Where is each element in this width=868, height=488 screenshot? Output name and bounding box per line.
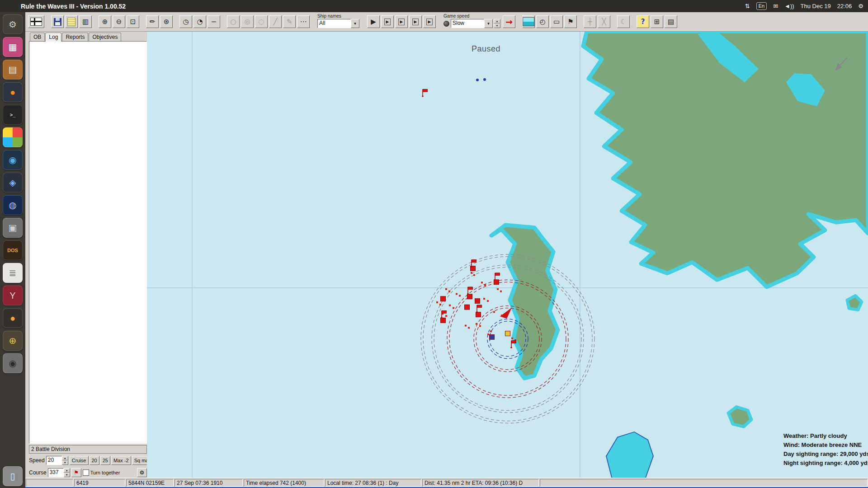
run-5min-button[interactable]: ▶ <box>395 15 408 28</box>
formation-button[interactable]: ┼ <box>584 15 596 28</box>
keepass-icon[interactable]: ◍ <box>3 195 23 215</box>
firefox-alt-icon[interactable]: ● <box>3 308 23 328</box>
pinwheel-icon[interactable] <box>3 127 23 147</box>
battle-map[interactable]: Paused Weather: Partly cloudyWind: Moder… <box>147 31 868 479</box>
ship-marker[interactable] <box>505 331 510 336</box>
course-value[interactable]: 337 <box>48 468 64 477</box>
log-list[interactable] <box>29 41 147 444</box>
firefox-icon[interactable]: ● <box>3 82 23 102</box>
globe-button[interactable]: ⊛ <box>160 15 173 28</box>
tab-objectives[interactable]: Objectives <box>89 33 121 41</box>
sea-state-panel[interactable] <box>522 15 535 28</box>
calc-button[interactable]: ⊞ <box>651 15 663 28</box>
camera-icon[interactable]: ◉ <box>3 353 23 373</box>
files-icon[interactable]: ▤ <box>3 60 23 80</box>
nation-flag-button[interactable] <box>28 15 44 28</box>
updown-arrows-icon[interactable]: ⇅ <box>745 3 750 9</box>
course-flag-button[interactable]: ⚑ <box>71 468 81 477</box>
speed-spin-down-button[interactable]: ▼ <box>494 23 500 28</box>
clock-button[interactable]: ◷ <box>179 15 192 28</box>
ship-names-select-value[interactable]: All <box>317 19 351 28</box>
terminal-icon[interactable]: >_ <box>3 105 23 125</box>
run-30min-button[interactable]: ▶ <box>423 15 436 28</box>
blue-contact-dot[interactable] <box>476 79 479 81</box>
blue-sphere-icon[interactable]: ◉ <box>3 150 23 170</box>
ship-marker[interactable] <box>467 294 472 299</box>
chevron-down-icon[interactable]: ▼ <box>484 19 493 28</box>
text-editor-icon[interactable]: ≣ <box>3 263 23 283</box>
flag-marker[interactable] <box>467 287 472 295</box>
trash-icon[interactable]: ▯ <box>3 466 23 486</box>
division-button[interactable]: ╳ <box>598 15 610 28</box>
ship-marker[interactable] <box>441 318 446 323</box>
course-down-button[interactable]: ▼ <box>64 473 70 477</box>
night-button[interactable]: ☾ <box>617 15 630 28</box>
tab-reports[interactable]: Reports <box>62 33 88 41</box>
ship-marker[interactable] <box>476 312 481 317</box>
blue-contact-dot[interactable] <box>483 78 486 81</box>
speed-spin-up-button[interactable]: ▲ <box>494 19 500 23</box>
workspaces-icon[interactable]: ▦ <box>3 37 23 57</box>
circle-tool-button[interactable]: ○ <box>227 15 240 28</box>
line-button[interactable]: − <box>208 15 220 28</box>
help-button[interactable]: ? <box>637 15 649 28</box>
keyboard-layout-indicator[interactable]: En <box>756 2 767 10</box>
wine-icon[interactable]: Y <box>3 286 23 305</box>
turn-together-checkbox[interactable] <box>83 469 89 476</box>
zoom-out-button[interactable]: ⊖ <box>113 15 125 28</box>
advance-button[interactable]: → <box>503 15 515 28</box>
ship-marker[interactable] <box>441 296 446 301</box>
mail-icon[interactable]: ✉ <box>773 3 778 9</box>
bearing-tool-button[interactable]: ╱ <box>269 15 282 28</box>
formation-gear-button[interactable]: ⚙ <box>137 468 147 477</box>
zoom-in-button[interactable]: ⊕ <box>99 15 111 28</box>
stopwatch-button[interactable]: ◔ <box>193 15 206 28</box>
speed-up-button[interactable]: ▲ <box>62 456 68 460</box>
dosbox-icon[interactable]: DOS <box>3 240 23 260</box>
tab-ob[interactable]: OB <box>30 33 45 41</box>
contact-arrow-marker[interactable] <box>500 308 512 319</box>
zoom-fit-button[interactable]: ⊡ <box>127 15 139 28</box>
tab-log[interactable]: Log <box>45 33 61 42</box>
dash-icon[interactable]: ⚙ <box>3 14 23 34</box>
ship-marker[interactable] <box>475 299 480 304</box>
game-speed-select-value[interactable]: Slow <box>451 19 484 28</box>
draw-button[interactable]: ✏ <box>146 15 159 28</box>
map-canvas[interactable] <box>147 31 868 479</box>
tray-clock[interactable]: 22:06 <box>837 3 852 9</box>
dotted-line-button[interactable]: ⋯ <box>297 15 310 28</box>
ship-marker[interactable] <box>465 305 470 310</box>
run-1min-button[interactable]: ▶ <box>381 15 394 28</box>
run-15min-button[interactable]: ▶ <box>409 15 422 28</box>
speed-preset-20[interactable]: 20 <box>90 456 99 465</box>
flag-marker[interactable] <box>441 311 446 319</box>
speed-preset-max-2[interactable]: Max -2 <box>111 456 131 465</box>
flag-marker[interactable] <box>422 89 427 97</box>
volume-icon[interactable]: ◄)) <box>784 3 794 9</box>
ring-tool-button[interactable]: ◌ <box>255 15 268 28</box>
notes-button[interactable] <box>65 15 78 28</box>
ship-names-select[interactable]: All▼ <box>317 19 359 28</box>
course-up-button[interactable]: ▲ <box>64 468 70 473</box>
game-speed-select[interactable]: Slow▼ <box>451 19 493 28</box>
speed-down-button[interactable]: ▼ <box>62 460 68 465</box>
watch-button[interactable]: ◴ <box>536 15 549 28</box>
report-button[interactable]: ▥ <box>79 15 92 28</box>
save-button[interactable] <box>51 15 64 28</box>
pencil-tool-button[interactable]: ✎ <box>283 15 296 28</box>
screenshot-icon[interactable]: ⊕ <box>3 331 23 351</box>
archive-icon[interactable]: ▣ <box>3 218 23 238</box>
session-gear-icon[interactable]: ⚙ <box>858 3 863 9</box>
marker-button[interactable]: ▭ <box>550 15 563 28</box>
speed-preset-cruise[interactable]: Cruise <box>70 456 89 465</box>
play-button[interactable]: ▶ <box>367 15 380 28</box>
signal-flag-button[interactable]: ⚑ <box>564 15 577 28</box>
chevron-down-icon[interactable]: ▼ <box>351 19 359 28</box>
print-button[interactable]: ▤ <box>665 15 677 28</box>
target-tool-button[interactable]: ◎ <box>241 15 254 28</box>
ship-marker[interactable] <box>490 335 495 340</box>
speed-value[interactable]: 20 <box>46 456 62 465</box>
speed-preset-25[interactable]: 25 <box>100 456 110 465</box>
tray-date[interactable]: Thu Dec 19 <box>801 3 831 9</box>
flag-marker[interactable] <box>476 305 481 313</box>
